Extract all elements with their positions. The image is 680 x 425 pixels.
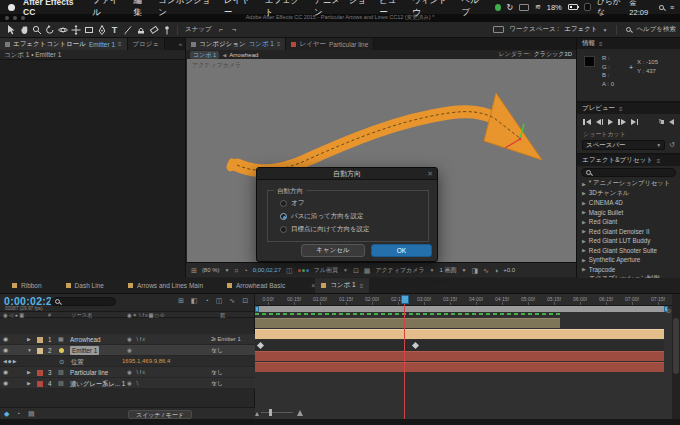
menu-composition[interactable]: コンポジション	[158, 0, 214, 19]
radio-off[interactable]	[280, 200, 287, 207]
layer-row-particular-line[interactable]: ◉ ▶ 3 ▨ Particular line ◉ ∖fx なし ▼	[0, 367, 255, 378]
keyframe-track[interactable]	[255, 340, 664, 351]
menu-clock[interactable]: 金 22:09	[629, 0, 653, 17]
rotation-tool-icon[interactable]	[43, 24, 56, 36]
list-item[interactable]: ▶Trapcode	[577, 265, 680, 275]
grid-guides-icon[interactable]: ⌗	[235, 267, 239, 274]
playhead-marker[interactable]	[401, 295, 409, 304]
panel-menu-icon[interactable]: ≡	[360, 283, 364, 289]
zoom-in-icon[interactable]	[297, 410, 303, 416]
menu-window[interactable]: ウィンドウ	[412, 0, 452, 19]
menu-edit[interactable]: 編集	[134, 0, 150, 19]
mask-visibility-icon[interactable]: ◔	[243, 267, 247, 274]
snap-label[interactable]: スナップ	[185, 25, 212, 34]
source-name-header[interactable]: ソース名	[71, 312, 92, 319]
parent-dropdown-arrow[interactable]: ▼	[212, 345, 253, 356]
snap-option2-icon[interactable]: ¬	[228, 24, 241, 36]
layer-name-selected[interactable]: Emitter 1	[70, 346, 99, 355]
selection-tool-icon[interactable]	[4, 24, 17, 36]
tab-arrows-and-lines-main[interactable]: Arrows and Lines Main	[116, 278, 215, 293]
panel-menu-icon[interactable]: ≡	[657, 158, 661, 164]
type-tool-icon[interactable]: T	[108, 24, 121, 36]
work-area-start-handle[interactable]	[255, 306, 259, 312]
motion-blur-icon[interactable]: ∿	[229, 297, 235, 305]
shape-tool-icon[interactable]	[82, 24, 95, 36]
list-item[interactable]: ▶Red Giant	[577, 217, 680, 227]
panel-menu-icon[interactable]: ≡	[599, 41, 603, 47]
list-item[interactable]: ▶Synthetic Aperture	[577, 255, 680, 265]
layer-color-chip[interactable]	[37, 337, 43, 343]
previous-frame-button[interactable]	[596, 119, 604, 125]
option-orient-towards-poi[interactable]: 目標点に向けて方向を設定	[280, 225, 370, 234]
expand-layers-icon[interactable]: ◆	[4, 410, 9, 418]
resolution-menu[interactable]: フル画質	[314, 266, 338, 275]
notification-center-icon[interactable]: ≡	[670, 4, 674, 11]
more-tabs-icon[interactable]: »	[176, 38, 185, 50]
panel-menu-icon[interactable]: ≡	[619, 106, 623, 112]
sync-icon[interactable]: ↻	[507, 3, 514, 12]
layer-name[interactable]: Particular line	[70, 367, 108, 378]
hand-tool-icon[interactable]	[17, 24, 30, 36]
layer-bar-emitter[interactable]	[255, 329, 664, 339]
transparency-grid-icon[interactable]: ▦	[364, 267, 371, 274]
cancel-button[interactable]: キャンセル	[301, 244, 365, 257]
wifi-icon[interactable]: ≋	[535, 3, 541, 11]
timeline-search-field[interactable]	[50, 297, 116, 306]
menu-view[interactable]: ビュー	[379, 0, 403, 19]
layout-menu[interactable]: 1 画面	[439, 266, 456, 275]
next-frame-button[interactable]	[618, 119, 626, 125]
menu-effect[interactable]: エフェクト	[265, 0, 305, 19]
layer-switches[interactable]: ◉ ∖fx	[127, 367, 146, 378]
layer-row-solid[interactable]: ◉ ▶ 4 ▨ 濃いグレー系レ... 1 ◉ ∖ なし ▼	[0, 378, 255, 389]
property-name[interactable]: 位置	[71, 356, 84, 367]
frame-blend-toggle-icon[interactable]: ◔	[16, 410, 20, 417]
timeline-track-area[interactable]: 0:00f 00:15f 01:00f 01:15f 02:00f 02:15f…	[255, 294, 672, 425]
zoom-level[interactable]: (80 %)	[202, 267, 220, 273]
tab-comp-1[interactable]: コンポ 1≡	[315, 278, 369, 293]
dialog-close-icon[interactable]: ✕	[427, 168, 433, 180]
list-item[interactable]: ▶Red Giant LUT Buddy	[577, 236, 680, 246]
resolution-dropdown-arrow[interactable]: ▼	[343, 267, 348, 273]
expand-arrow-icon[interactable]: ▶	[27, 367, 31, 378]
layout-dropdown-arrow[interactable]: ▼	[462, 267, 467, 273]
stopwatch-icon[interactable]: ⊙	[59, 356, 64, 367]
app-menu[interactable]: After Effects CC	[23, 0, 83, 17]
exposure-value[interactable]: +0.0	[503, 267, 515, 273]
list-item[interactable]: ▶3Dチャンネル	[577, 189, 680, 199]
layer-bar-arrowhead[interactable]	[255, 318, 560, 328]
show-channel-icon[interactable]	[298, 269, 309, 272]
status-green-icon[interactable]	[495, 4, 501, 11]
visibility-eye-icon[interactable]: ◉	[3, 334, 8, 345]
panel-menu-icon[interactable]: ≡	[118, 41, 122, 47]
property-value[interactable]: 1695.1,469.9,86.4	[122, 356, 170, 367]
play-button[interactable]	[608, 119, 613, 125]
input-menu-icon[interactable]	[584, 3, 591, 11]
tab-dash-line[interactable]: Dash Line	[54, 278, 116, 293]
comp-marker-bin-icon[interactable]: ⊙	[666, 307, 671, 314]
view-menu[interactable]: アクティブカメラ	[375, 266, 424, 275]
viewer-timecode[interactable]: 0;00;02;27	[253, 267, 281, 273]
zoom-tool-icon[interactable]	[30, 24, 43, 36]
parent-dropdown-arrow[interactable]: ▼	[212, 334, 253, 345]
layer-name[interactable]: Arrowhead	[70, 334, 100, 345]
tab-effects-presets[interactable]: エフェクト&プリセット	[582, 156, 653, 165]
menu-animation[interactable]: アニメーション	[314, 0, 370, 19]
list-item[interactable]: ▶Red Giant Shooter Suite	[577, 246, 680, 256]
effect-controls-breadcrumb[interactable]: コンポ 1 • Emitter 1	[0, 50, 185, 60]
parent-dropdown-arrow[interactable]: ▼	[212, 367, 253, 378]
pen-tool-icon[interactable]	[95, 24, 108, 36]
layer-name[interactable]: 濃いグレー系レ... 1	[70, 378, 125, 389]
keyframe-icon[interactable]	[412, 341, 419, 348]
menu-file[interactable]: ファイル	[92, 0, 124, 19]
keyframe-navigator[interactable]: ◀◆▶	[3, 356, 18, 367]
frame-blend-icon[interactable]: ◫	[216, 297, 223, 305]
layer-bar-particular-line[interactable]	[255, 351, 664, 361]
workspace-dropdown-arrow[interactable]: ▼	[602, 27, 607, 33]
clone-stamp-tool-icon[interactable]	[134, 24, 147, 36]
eraser-tool-icon[interactable]	[147, 24, 160, 36]
last-frame-button[interactable]	[631, 119, 639, 125]
work-area-bar[interactable]	[255, 306, 668, 312]
layer-row-emitter[interactable]: ◉ ▼ 2 Emitter 1 ◉ なし ▼	[0, 345, 255, 356]
list-item[interactable]: ▶* アニメーションプリセット	[577, 179, 680, 189]
position-property-row[interactable]: ◀◆▶ ⊙ 位置 1695.1,469.9,86.4	[0, 356, 255, 367]
